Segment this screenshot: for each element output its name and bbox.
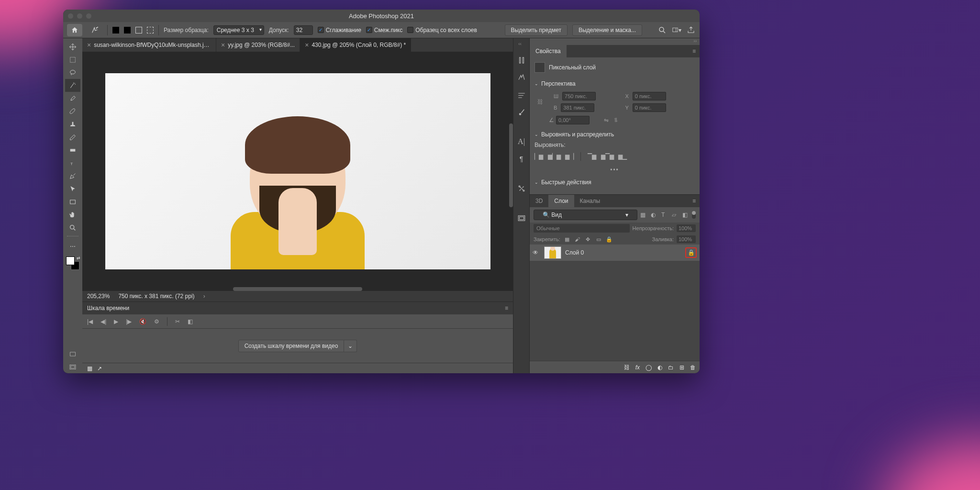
layer-filter-dropdown[interactable]: 🔍 Вид ▾ — [534, 210, 637, 220]
fill-input[interactable]: 100% — [677, 235, 696, 243]
create-timeline-button[interactable]: Создать шкалу времени для видео — [238, 340, 345, 352]
panel-menu-icon[interactable]: ≡ — [689, 45, 700, 57]
width-input[interactable]: 750 пикс. — [562, 92, 596, 100]
align-vcenter-icon[interactable]: ▆▔▆ — [603, 152, 612, 161]
align-section[interactable]: ⌄Выровнять и распределить — [530, 128, 700, 141]
close-icon[interactable]: × — [87, 41, 91, 49]
brush-tool[interactable] — [65, 105, 80, 118]
collapse-icon[interactable]: ›› — [530, 38, 700, 45]
close-window[interactable] — [68, 13, 73, 19]
align-left-icon[interactable]: ▏▆ — [535, 152, 543, 161]
mask-icon[interactable]: ◯ — [646, 364, 652, 371]
filter-adjust-icon[interactable]: ◐ — [651, 212, 657, 218]
search-icon[interactable] — [657, 25, 667, 35]
link-wh-icon[interactable]: ⛓ — [537, 99, 549, 105]
transform-section[interactable]: ⌄Перспектива — [530, 78, 700, 90]
vertical-scrollbar[interactable] — [509, 123, 513, 207]
align-hcenter-icon[interactable]: ▆▏▆ — [550, 152, 558, 161]
eraser-tool[interactable] — [65, 131, 80, 144]
group-icon[interactable]: 🗀 — [668, 364, 674, 371]
type-tool[interactable]: T — [65, 156, 80, 169]
align-top-icon[interactable]: ▔▆ — [588, 152, 596, 161]
blend-mode-dropdown[interactable]: Обычные — [534, 224, 630, 233]
strip-icon-6[interactable]: ¶ — [517, 154, 526, 164]
lasso-tool[interactable] — [65, 66, 80, 79]
layer-name[interactable]: Слой 0 — [565, 249, 681, 256]
path-select-tool[interactable] — [65, 182, 80, 195]
clone-stamp-tool[interactable] — [65, 118, 80, 131]
home-button[interactable] — [67, 24, 82, 36]
opacity-input[interactable]: 100% — [677, 224, 696, 232]
screen-mode-2[interactable] — [65, 360, 80, 373]
horizontal-scrollbar[interactable] — [233, 287, 362, 291]
minimize-window[interactable] — [77, 13, 82, 19]
frame-mode-icon[interactable]: ▦ — [87, 365, 92, 372]
audio-icon[interactable]: 🔇 — [139, 318, 146, 325]
select-mask-button[interactable]: Выделение и маска... — [572, 24, 642, 36]
lock-artboard-icon[interactable]: ▭ — [595, 235, 602, 243]
fx-icon[interactable]: fx — [635, 364, 640, 371]
tab-0[interactable]: ×susan-wilkinson-BfWDyQ10uMk-unsplash.jp… — [82, 38, 216, 52]
strip-icon-3[interactable] — [517, 90, 526, 100]
lock-transparent-icon[interactable]: ▦ — [563, 235, 571, 243]
sample-icon-4[interactable] — [147, 27, 154, 33]
layer-item[interactable]: 👁 Слой 0 🔒 — [530, 245, 700, 261]
filter-smart-icon[interactable]: ◧ — [682, 212, 689, 218]
flip-v-icon[interactable]: ⥮ — [613, 117, 618, 123]
lock-position-icon[interactable]: ✥ — [584, 235, 592, 243]
play-icon[interactable]: ▶ — [114, 318, 118, 325]
y-input[interactable]: 0 пикс. — [633, 103, 666, 112]
expand-icon[interactable]: ‹‹ — [513, 41, 529, 48]
layer-lock-icon[interactable]: 🔒 — [685, 247, 697, 258]
canvas-area[interactable] — [82, 52, 513, 291]
angle-input[interactable]: 0,00° — [556, 116, 590, 124]
quick-actions-section[interactable]: ⌄Быстрые действия — [530, 176, 700, 189]
panel-menu-icon[interactable]: ≡ — [689, 195, 700, 207]
sample-layer-icon[interactable] — [124, 27, 131, 33]
properties-tab[interactable]: Свойства — [530, 45, 567, 57]
sample-all-checkbox[interactable]: Образец со всех слоев — [407, 27, 477, 33]
prev-frame-icon[interactable]: ◀| — [100, 318, 106, 325]
sample-size-dropdown[interactable]: Среднее 3 x 3 — [213, 25, 264, 35]
foreground-color[interactable] — [66, 256, 75, 265]
link-layers-icon[interactable]: ⛓ — [624, 364, 630, 371]
go-start-icon[interactable]: |◀ — [87, 318, 93, 325]
sample-point-icon[interactable] — [112, 27, 119, 33]
strip-icon-5[interactable]: A| — [517, 137, 526, 146]
create-timeline-dropdown[interactable]: ⌄ — [344, 340, 357, 352]
status-more-icon[interactable]: › — [203, 293, 205, 300]
new-layer-icon[interactable]: ⊞ — [679, 364, 684, 371]
swap-colors-icon[interactable]: ⇄ — [77, 256, 80, 260]
marquee-tool[interactable] — [65, 53, 80, 66]
align-bottom-icon[interactable]: ▆▁ — [618, 152, 627, 161]
tab-layers[interactable]: Слои — [548, 195, 574, 207]
rectangle-tool[interactable] — [65, 195, 80, 208]
move-tool[interactable] — [65, 40, 80, 53]
adjustment-icon[interactable]: ◐ — [657, 364, 662, 371]
strip-icon-8[interactable] — [517, 213, 526, 223]
filter-toggle[interactable] — [692, 211, 696, 219]
strip-icon-2[interactable] — [517, 73, 526, 82]
tab-1[interactable]: ×yy.jpg @ 203% (RGB/8#... — [216, 38, 300, 52]
tolerance-input[interactable] — [294, 25, 313, 35]
hand-tool[interactable] — [65, 208, 80, 221]
canvas[interactable] — [105, 73, 490, 269]
workspace-icon[interactable]: ▾ — [672, 25, 681, 35]
close-icon[interactable]: × — [305, 41, 309, 49]
sample-icon-3[interactable] — [135, 27, 142, 33]
tab-3d[interactable]: 3D — [530, 195, 548, 207]
height-input[interactable]: 381 пикс. — [561, 103, 594, 112]
maximize-window[interactable] — [86, 13, 91, 19]
zoom-tool[interactable] — [65, 221, 80, 234]
anti-alias-checkbox[interactable]: ✓Сглаживание — [318, 27, 361, 33]
settings-icon[interactable]: ⚙ — [154, 318, 159, 325]
split-icon[interactable]: ✂ — [175, 318, 180, 325]
magic-wand-tool[interactable] — [65, 79, 80, 92]
current-tool-icon[interactable] — [87, 24, 102, 36]
color-swatches[interactable]: ⇄ — [66, 256, 79, 270]
pen-tool[interactable] — [65, 169, 80, 182]
contiguous-checkbox[interactable]: ✓Смеж.пикс — [366, 27, 402, 33]
export-icon[interactable]: ↗ — [97, 365, 102, 372]
close-icon[interactable]: × — [221, 41, 225, 49]
eyedropper-tool[interactable] — [65, 92, 80, 105]
